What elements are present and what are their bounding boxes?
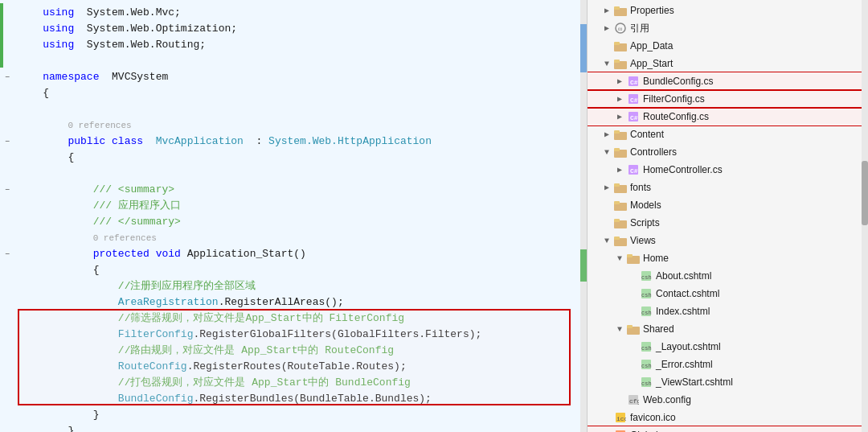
tree-node-home_folder[interactable]: ▼Home bbox=[588, 249, 868, 267]
tree-arrow-content[interactable]: ▶ bbox=[600, 130, 613, 139]
code-content-25: BundleConfig.RegisterBundles(BundleTable… bbox=[14, 391, 575, 407]
sidebar-scrollbar[interactable] bbox=[862, 0, 868, 432]
tree-node-content[interactable]: ▶Content bbox=[588, 125, 868, 143]
tree-node-web_config_views[interactable]: cfgWeb.config bbox=[588, 391, 868, 409]
code-content-18: //注册到应用程序的全部区域 bbox=[14, 278, 575, 294]
code-content-23: RouteConfig.RegisterRoutes(RouteTable.Ro… bbox=[14, 359, 575, 375]
code-line-15: 0 references bbox=[0, 230, 579, 246]
tree-arrow-app_start[interactable]: ▼ bbox=[600, 60, 613, 68]
tree-icon-web_config_views: cfg bbox=[626, 393, 641, 407]
tree-node-error[interactable]: cshtml_Error.cshtml bbox=[588, 356, 868, 373]
code-panel: using System.Web.Mvc; using System.Web.O… bbox=[0, 0, 587, 432]
code-line-12: − /// <summary> bbox=[0, 182, 579, 198]
tree-label-viewstart: _ViewStart.cshtml bbox=[656, 376, 733, 388]
code-line-10: { bbox=[0, 150, 579, 166]
code-line-19: AreaRegistration.RegisterAllAreas(); bbox=[0, 294, 579, 311]
svg-text:∞: ∞ bbox=[618, 26, 623, 34]
tree-node-global_asax[interactable]: asaxGlobal.asax bbox=[588, 426, 868, 432]
svg-text:C#: C# bbox=[630, 167, 638, 175]
code-content-1: using System.Web.Mvc; bbox=[14, 5, 575, 21]
tree-label-error: _Error.cshtml bbox=[656, 359, 713, 370]
tree-node-properties[interactable]: ▶Properties bbox=[588, 2, 868, 19]
tree-node-viewstart[interactable]: cshtml_ViewStart.cshtml bbox=[588, 373, 868, 391]
svg-rect-7 bbox=[614, 60, 620, 63]
code-scrollbar[interactable] bbox=[580, 0, 587, 432]
tree-arrow-references[interactable]: ▶ bbox=[600, 23, 613, 33]
svg-text:C#: C# bbox=[630, 114, 638, 121]
tree-node-fonts[interactable]: ▶fonts bbox=[588, 179, 868, 196]
tree-arrow-route_config[interactable]: ▶ bbox=[613, 112, 626, 121]
tree-arrow-views[interactable]: ▼ bbox=[600, 237, 613, 245]
code-line-16: − protected void Application_Start() bbox=[0, 246, 579, 262]
tree-icon-home_controller: C# bbox=[626, 163, 641, 177]
tree-node-models[interactable]: Models bbox=[588, 196, 868, 214]
svg-rect-25 bbox=[614, 219, 620, 222]
svg-rect-17 bbox=[614, 148, 620, 151]
code-line-2: using System.Web.Optimization; bbox=[0, 21, 579, 37]
tree-node-route_config[interactable]: ▶C#RouteConfig.cs bbox=[588, 108, 868, 125]
gutter-9[interactable]: − bbox=[0, 138, 14, 146]
tree-icon-index: cshtml bbox=[639, 304, 653, 319]
tree-node-favicon[interactable]: icofavicon.ico bbox=[588, 409, 868, 426]
code-line-9: − public class MvcApplication : System.W… bbox=[0, 134, 579, 150]
tree-node-contact[interactable]: cshtmlContact.cshtml bbox=[588, 285, 868, 302]
tree-node-about[interactable]: cshtmlAbout.cshtml bbox=[588, 267, 868, 285]
svg-rect-27 bbox=[614, 237, 620, 240]
tree-icon-references: ∞ bbox=[613, 21, 628, 35]
tree-label-index: Index.cshtml bbox=[656, 306, 710, 317]
code-content-2: using System.Web.Optimization; bbox=[14, 21, 575, 37]
tree-node-filter_config[interactable]: ▶C#FilterConfig.cs bbox=[588, 90, 868, 108]
code-line-3: using System.Web.Routing; bbox=[0, 37, 579, 53]
tree-icon-properties bbox=[613, 3, 628, 18]
tree-arrow-home_folder[interactable]: ▼ bbox=[613, 254, 626, 263]
tree-node-scripts[interactable]: Scripts bbox=[588, 214, 868, 232]
svg-text:C#: C# bbox=[630, 97, 638, 104]
tree-node-controllers[interactable]: ▼Controllers bbox=[588, 143, 868, 161]
tree-node-app_start[interactable]: ▼App_Start bbox=[588, 55, 868, 72]
tree-arrow-controllers[interactable]: ▼ bbox=[600, 148, 613, 157]
tree-label-layout: _Layout.cshtml bbox=[656, 341, 721, 352]
code-line-7 bbox=[0, 101, 579, 117]
tree-icon-route_config: C# bbox=[626, 109, 641, 124]
tree-arrow-fonts[interactable]: ▶ bbox=[600, 183, 613, 192]
code-content-15: 0 references bbox=[14, 230, 575, 246]
tree-label-app_data: App_Data bbox=[630, 40, 673, 51]
code-content-9: public class MvcApplication : System.Web… bbox=[14, 134, 575, 150]
code-content-6: { bbox=[14, 85, 575, 101]
gutter-12[interactable]: − bbox=[0, 186, 14, 195]
tree-label-controllers: Controllers bbox=[630, 146, 677, 158]
tree-icon-fonts bbox=[613, 180, 628, 195]
tree-arrow-properties[interactable]: ▶ bbox=[600, 6, 613, 15]
code-line-8: 0 references bbox=[0, 117, 579, 134]
tree-node-views[interactable]: ▼Views bbox=[588, 232, 868, 249]
code-line-14: /// </summary> bbox=[0, 214, 579, 230]
code-content-12: /// <summary> bbox=[14, 182, 575, 198]
tree-node-layout[interactable]: cshtml_Layout.cshtml bbox=[588, 338, 868, 356]
tree-arrow-shared_folder[interactable]: ▼ bbox=[613, 325, 626, 334]
tree-label-contact: Contact.cshtml bbox=[656, 288, 719, 299]
tree-icon-filter_config: C# bbox=[626, 92, 641, 106]
tree-node-index[interactable]: cshtmlIndex.cshtml bbox=[588, 302, 868, 320]
code-line-26: } bbox=[0, 407, 579, 423]
tree-arrow-bundle_config[interactable]: ▶ bbox=[613, 76, 626, 86]
tree-icon-global_asax: asax bbox=[613, 428, 628, 432]
code-line-1: using System.Web.Mvc; bbox=[0, 5, 579, 21]
svg-text:ico: ico bbox=[616, 415, 626, 422]
tree-arrow-home_controller[interactable]: ▶ bbox=[613, 165, 626, 175]
code-line-27: } bbox=[0, 423, 579, 432]
code-line-13: /// 应用程序入口 bbox=[0, 198, 579, 214]
tree-label-about: About.cshtml bbox=[656, 270, 711, 282]
code-line-21: FilterConfig.RegisterGlobalFilters(Globa… bbox=[0, 327, 579, 343]
tree-node-bundle_config[interactable]: ▶C#BundleConfig.cs bbox=[588, 72, 868, 90]
gutter-16[interactable]: − bbox=[0, 250, 14, 259]
code-line-22: //路由规则，对应文件是 App_Start中的 RouteConfig bbox=[0, 343, 579, 359]
tree-node-references[interactable]: ▶∞引用 bbox=[588, 19, 868, 37]
gutter-5[interactable]: − bbox=[0, 73, 14, 82]
code-line-23: RouteConfig.RegisterRoutes(RouteTable.Ro… bbox=[0, 359, 579, 375]
tree-node-shared_folder[interactable]: ▼Shared bbox=[588, 320, 868, 338]
tree-arrow-filter_config[interactable]: ▶ bbox=[613, 94, 626, 104]
tree-node-app_data[interactable]: App_Data bbox=[588, 37, 868, 55]
tree-node-home_controller[interactable]: ▶C#HomeController.cs bbox=[588, 161, 868, 179]
tree-icon-app_data bbox=[613, 39, 628, 53]
tree-label-models: Models bbox=[630, 200, 661, 211]
